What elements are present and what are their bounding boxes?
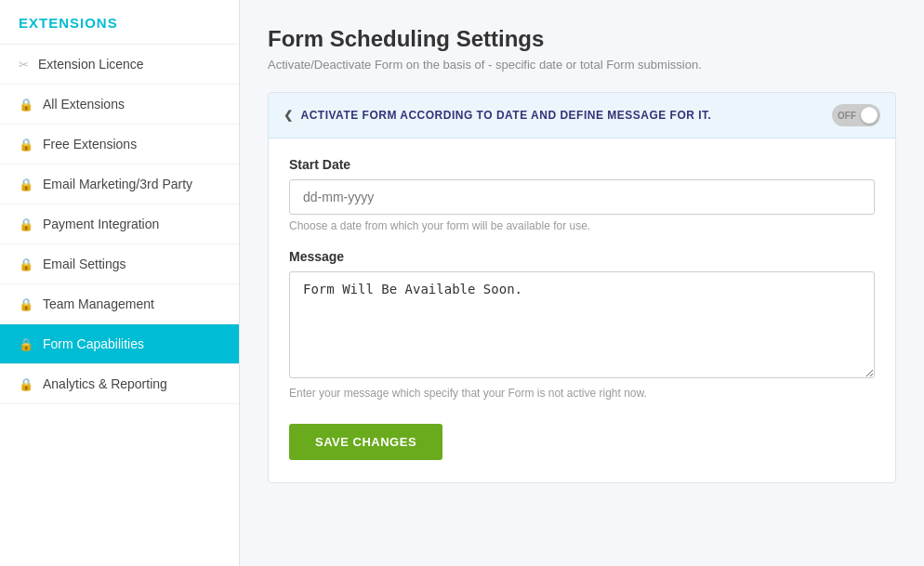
lock-icon: 🔒 bbox=[19, 138, 33, 151]
lock-icon: 🔒 bbox=[19, 297, 33, 311]
sidebar-item-label: Analytics & Reporting bbox=[43, 376, 167, 391]
lock-icon: 🔒 bbox=[19, 377, 33, 391]
card-body: Start Date Choose a date from which your… bbox=[269, 138, 895, 482]
sidebar-item-label: Team Management bbox=[43, 296, 154, 311]
sidebar-item-label: Email Settings bbox=[43, 257, 125, 271]
save-changes-button[interactable]: SAVE CHANGES bbox=[289, 424, 442, 460]
sidebar-item-all-extensions[interactable]: 🔒 All Extensions bbox=[0, 85, 239, 125]
scheduling-card: ❮ ACTIVATE FORM ACCORDING TO DATE AND DE… bbox=[268, 92, 896, 483]
sidebar-item-analytics-reporting[interactable]: 🔒 Analytics & Reporting bbox=[0, 364, 239, 404]
sidebar: EXTENSIONS ✂ Extension Licence 🔒 All Ext… bbox=[0, 0, 240, 566]
page-subtitle: Activate/Deactivate Form on the basis of… bbox=[268, 58, 896, 72]
sidebar-item-team-management[interactable]: 🔒 Team Management bbox=[0, 284, 239, 324]
start-date-hint: Choose a date from which your form will … bbox=[289, 219, 875, 232]
sidebar-item-label: Free Extensions bbox=[43, 137, 137, 151]
sidebar-item-label: Form Capabilities bbox=[43, 336, 144, 351]
sidebar-header: EXTENSIONS bbox=[0, 0, 239, 45]
activate-toggle[interactable]: OFF bbox=[832, 104, 880, 126]
main-content: Form Scheduling Settings Activate/Deacti… bbox=[240, 0, 924, 566]
lock-icon: 🔒 bbox=[19, 217, 33, 231]
message-label: Message bbox=[289, 249, 875, 264]
sidebar-item-payment-integration[interactable]: 🔒 Payment Integration bbox=[0, 204, 239, 244]
message-textarea[interactable] bbox=[289, 271, 875, 378]
card-header: ❮ ACTIVATE FORM ACCORDING TO DATE AND DE… bbox=[269, 93, 895, 138]
message-group: Message Enter your message which specify… bbox=[289, 249, 875, 400]
card-header-left: ❮ ACTIVATE FORM ACCORDING TO DATE AND DE… bbox=[284, 109, 711, 122]
lock-icon: 🔒 bbox=[19, 337, 33, 351]
page-title: Form Scheduling Settings bbox=[268, 26, 896, 52]
chevron-down-icon: ❮ bbox=[284, 109, 294, 122]
start-date-input[interactable] bbox=[289, 179, 875, 215]
start-date-label: Start Date bbox=[289, 157, 875, 172]
start-date-group: Start Date Choose a date from which your… bbox=[289, 157, 875, 232]
sidebar-item-form-capabilities[interactable]: 🔒 Form Capabilities bbox=[0, 324, 239, 364]
toggle-knob bbox=[861, 107, 878, 124]
lock-icon: 🔒 bbox=[19, 98, 33, 112]
message-hint: Enter your message which specify that yo… bbox=[289, 387, 875, 400]
toggle-label: OFF bbox=[838, 111, 856, 121]
wrench-icon: ✂ bbox=[19, 58, 29, 72]
lock-icon: 🔒 bbox=[19, 178, 33, 191]
toggle-wrapper[interactable]: OFF bbox=[832, 104, 880, 126]
sidebar-item-label: Extension Licence bbox=[38, 57, 144, 72]
sidebar-item-email-marketing[interactable]: 🔒 Email Marketing/3rd Party bbox=[0, 165, 239, 204]
sidebar-item-label: Email Marketing/3rd Party bbox=[43, 177, 192, 191]
card-header-text: ACTIVATE FORM ACCORDING TO DATE AND DEFI… bbox=[301, 109, 712, 122]
sidebar-item-extension-licence[interactable]: ✂ Extension Licence bbox=[0, 45, 239, 85]
sidebar-item-free-extensions[interactable]: 🔒 Free Extensions bbox=[0, 125, 239, 165]
sidebar-item-label: Payment Integration bbox=[43, 217, 159, 231]
sidebar-item-label: All Extensions bbox=[43, 97, 125, 112]
sidebar-item-email-settings[interactable]: 🔒 Email Settings bbox=[0, 244, 239, 284]
lock-icon: 🔒 bbox=[19, 257, 33, 271]
